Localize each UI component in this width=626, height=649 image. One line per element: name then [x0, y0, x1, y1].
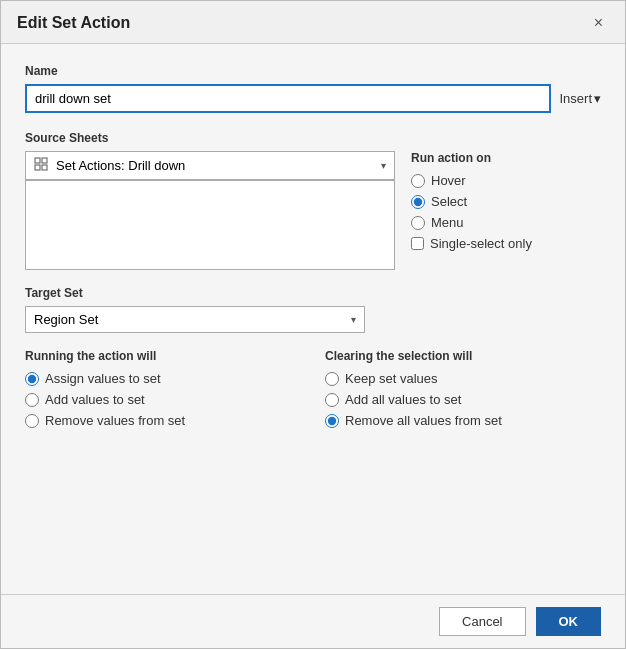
- clearing-action-col: Clearing the selection will Keep set val…: [325, 349, 601, 428]
- keep-set-values[interactable]: Keep set values: [325, 371, 601, 386]
- add-all-radio[interactable]: [325, 393, 339, 407]
- single-select-label: Single-select only: [430, 236, 532, 251]
- clearing-action-label: Clearing the selection will: [325, 349, 601, 363]
- remove-values[interactable]: Remove values from set: [25, 413, 301, 428]
- remove-all-radio[interactable]: [325, 414, 339, 428]
- name-row: Insert ▾: [25, 84, 601, 113]
- run-action-hover[interactable]: Hover: [411, 173, 601, 188]
- run-action-radio-group: Hover Select Menu Single-select onl: [411, 173, 601, 251]
- insert-label: Insert: [559, 91, 592, 106]
- add-radio[interactable]: [25, 393, 39, 407]
- select-label: Select: [431, 194, 467, 209]
- menu-radio[interactable]: [411, 216, 425, 230]
- hover-label: Hover: [431, 173, 466, 188]
- name-label: Name: [25, 64, 601, 78]
- run-action-select[interactable]: Select: [411, 194, 601, 209]
- grid-icon: [34, 157, 48, 174]
- target-section: Target Set Region Set ▾: [25, 286, 601, 333]
- actions-section: Running the action will Assign values to…: [25, 349, 601, 428]
- clearing-action-radio-group: Keep set values Add all values to set Re…: [325, 371, 601, 428]
- svg-rect-2: [35, 165, 40, 170]
- source-sheets-dropdown[interactable]: Set Actions: Drill down ▾: [25, 151, 395, 180]
- cancel-button[interactable]: Cancel: [439, 607, 525, 636]
- keep-radio[interactable]: [325, 372, 339, 386]
- menu-label: Menu: [431, 215, 464, 230]
- running-action-radio-group: Assign values to set Add values to set R…: [25, 371, 301, 428]
- assign-values[interactable]: Assign values to set: [25, 371, 301, 386]
- source-sheets-label: Source Sheets: [25, 131, 601, 145]
- add-all-label: Add all values to set: [345, 392, 461, 407]
- name-input[interactable]: [25, 84, 551, 113]
- running-action-label: Running the action will: [25, 349, 301, 363]
- dialog-body: Name Insert ▾ Source Sheets: [1, 44, 625, 594]
- remove-all-label: Remove all values from set: [345, 413, 502, 428]
- assign-radio[interactable]: [25, 372, 39, 386]
- run-action-section: Run action on Hover Select Menu: [411, 151, 601, 270]
- run-action-label: Run action on: [411, 151, 601, 165]
- single-select-only[interactable]: Single-select only: [411, 236, 601, 251]
- target-set-label: Target Set: [25, 286, 601, 300]
- dialog-footer: Cancel OK: [1, 594, 625, 648]
- target-dropdown-arrow-icon: ▾: [351, 314, 356, 325]
- svg-rect-0: [35, 158, 40, 163]
- insert-button[interactable]: Insert ▾: [559, 91, 601, 106]
- running-action-col: Running the action will Assign values to…: [25, 349, 301, 428]
- remove-label: Remove values from set: [45, 413, 185, 428]
- source-dropdown-arrow-icon: ▾: [381, 160, 386, 171]
- source-content: Set Actions: Drill down ▾ Run action on …: [25, 151, 601, 270]
- assign-label: Assign values to set: [45, 371, 161, 386]
- select-radio[interactable]: [411, 195, 425, 209]
- svg-rect-3: [42, 165, 47, 170]
- target-dropdown-text: Region Set: [34, 312, 343, 327]
- close-button[interactable]: ×: [588, 13, 609, 33]
- keep-label: Keep set values: [345, 371, 438, 386]
- add-values[interactable]: Add values to set: [25, 392, 301, 407]
- add-all-values[interactable]: Add all values to set: [325, 392, 601, 407]
- source-list-area: [25, 180, 395, 270]
- remove-all-values[interactable]: Remove all values from set: [325, 413, 601, 428]
- insert-arrow-icon: ▾: [594, 91, 601, 106]
- dialog-title: Edit Set Action: [17, 14, 130, 32]
- hover-radio[interactable]: [411, 174, 425, 188]
- ok-button[interactable]: OK: [536, 607, 602, 636]
- remove-radio[interactable]: [25, 414, 39, 428]
- single-select-checkbox[interactable]: [411, 237, 424, 250]
- dialog-header: Edit Set Action ×: [1, 1, 625, 44]
- add-label: Add values to set: [45, 392, 145, 407]
- run-action-menu[interactable]: Menu: [411, 215, 601, 230]
- edit-set-action-dialog: Edit Set Action × Name Insert ▾ Source S…: [0, 0, 626, 649]
- svg-rect-1: [42, 158, 47, 163]
- source-section: Source Sheets Set Actions: Drill down: [25, 131, 601, 270]
- target-set-dropdown[interactable]: Region Set ▾: [25, 306, 365, 333]
- source-left: Set Actions: Drill down ▾: [25, 151, 395, 270]
- source-dropdown-text: Set Actions: Drill down: [56, 158, 373, 173]
